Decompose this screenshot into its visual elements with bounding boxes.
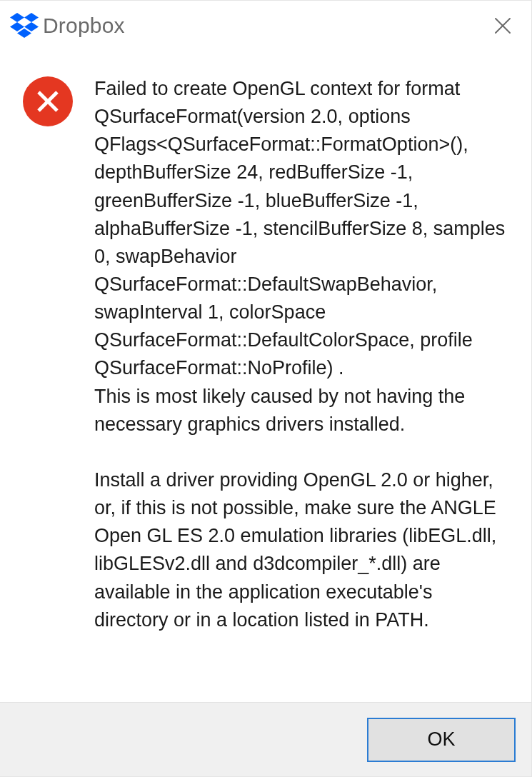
- titlebar: Dropbox: [0, 1, 531, 51]
- dialog-footer: OK: [0, 702, 531, 776]
- dropbox-icon: [10, 13, 39, 39]
- ok-button[interactable]: OK: [367, 718, 516, 762]
- error-message: Failed to create OpenGL context for form…: [94, 75, 511, 634]
- svg-marker-0: [10, 13, 24, 22]
- svg-marker-1: [24, 13, 39, 22]
- error-icon: [23, 76, 73, 126]
- close-button[interactable]: [487, 10, 518, 41]
- dialog-body: Failed to create OpenGL context for form…: [0, 51, 531, 702]
- x-icon: [33, 86, 63, 116]
- error-dialog: Dropbox Failed to create OpenGL context …: [0, 0, 532, 777]
- close-icon: [493, 16, 512, 35]
- window-title: Dropbox: [43, 14, 487, 38]
